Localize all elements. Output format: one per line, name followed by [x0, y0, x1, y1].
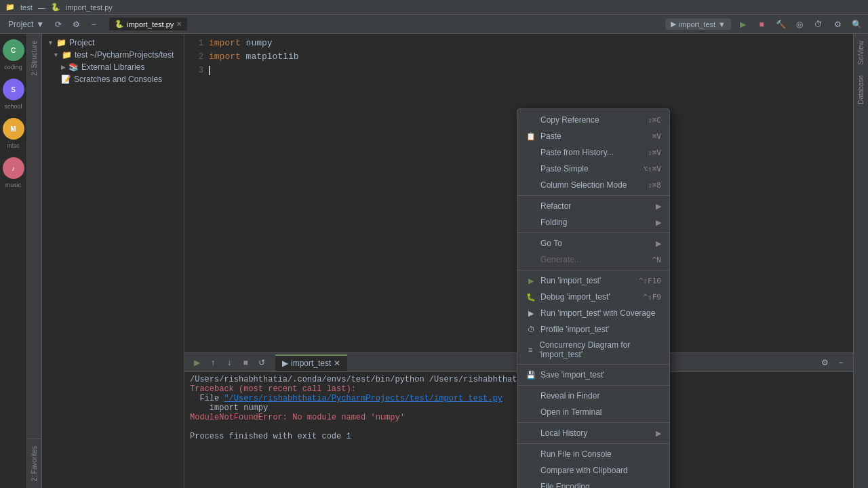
menu-item-profile[interactable]: ⏱ Profile 'import_test' — [517, 321, 669, 338]
avatar-coding[interactable]: C — [3, 39, 24, 61]
tree-item-ext-lib[interactable]: ▶ 📚 External Libraries — [42, 61, 184, 73]
run-scroll-up[interactable]: ↑ — [206, 356, 220, 369]
avatar-music-label: music — [5, 182, 22, 188]
project-panel: ▼ 📁 Project ▼ 📁 test ~/PycharmProjects/t… — [42, 34, 184, 488]
avatar-music[interactable]: ♪ — [3, 157, 24, 179]
tab-bar: 🐍 import_test.py ✕ — [109, 18, 187, 30]
menu-label-reveal: Reveal in Finder — [540, 391, 599, 401]
run-play-btn[interactable]: ▶ — [190, 356, 203, 369]
avatar-misc-label: misc — [7, 142, 20, 149]
search-everywhere-button[interactable]: 🔍 — [849, 17, 864, 32]
menu-item-go-to[interactable]: Go To ▶ — [517, 235, 669, 251]
structure-tab[interactable]: 2: Structure — [28, 37, 40, 80]
menu-item-run[interactable]: ▶ Run 'import_test' ^⇧F10 — [517, 272, 669, 289]
menu-label-file-encoding: File Encoding — [540, 482, 590, 488]
title-sep: — — [38, 3, 45, 12]
tab-close-icon[interactable]: ✕ — [176, 20, 182, 28]
column-sel-icon — [526, 180, 536, 190]
sciview-tab[interactable]: SciView — [855, 37, 867, 68]
import-kw-2: import — [209, 50, 241, 64]
sep-4 — [517, 364, 669, 365]
avatar-strip: C coding S school M misc ♪ music — [0, 34, 27, 488]
terminal-icon — [526, 407, 536, 418]
stop-button[interactable]: ■ — [754, 17, 769, 32]
menu-label-terminal: Open in Terminal — [540, 407, 602, 417]
menu-item-refactor[interactable]: Refactor ▶ — [517, 198, 669, 214]
menu-item-copy-reference[interactable]: Copy Reference ⇧⌘C — [517, 112, 669, 128]
run-console-icon — [526, 449, 536, 460]
settings-icon-bottom[interactable]: ⚙ — [818, 356, 831, 369]
profile-icon: ⏱ — [526, 324, 536, 335]
build-button[interactable]: 🔨 — [773, 17, 788, 32]
menu-item-debug[interactable]: 🐛 Debug 'import_test' ^⇧F9 — [517, 289, 669, 305]
favorites-tab[interactable]: 2: Favorites — [28, 442, 40, 485]
tab-import-test[interactable]: 🐍 import_test.py ✕ — [109, 18, 187, 30]
folding-arrow: ▶ — [656, 218, 661, 227]
collapse-btn[interactable]: − — [86, 17, 101, 32]
menu-item-paste[interactable]: 📋 Paste ⌘V — [517, 128, 669, 144]
settings-run-button[interactable]: ⚙ — [830, 17, 845, 32]
run-coverage-icon: ▶ — [526, 308, 536, 319]
menu-item-generate: Generate... ^N — [517, 251, 669, 268]
bottom-tab-run[interactable]: ▶ import_test ✕ — [275, 354, 347, 371]
paste-history-icon — [526, 147, 536, 158]
avatar-misc[interactable]: M — [3, 118, 24, 140]
tree-item-scratches[interactable]: 📝 Scratches and Consoles — [42, 73, 184, 85]
tree-item-test[interactable]: ▼ 📁 test ~/PycharmProjects/test — [42, 49, 184, 61]
menu-item-concurrency[interactable]: ≡ Concurrency Diagram for 'import_test' — [517, 338, 669, 362]
menu-item-paste-simple[interactable]: Paste Simple ⌥⇧⌘V — [517, 161, 669, 177]
menu-item-save[interactable]: 💾 Save 'import_test' — [517, 367, 669, 383]
run-scroll-down[interactable]: ↓ — [222, 356, 236, 369]
menu-item-paste-history[interactable]: Paste from History... ⇧⌘V — [517, 144, 669, 161]
project-dropdown[interactable]: Project ▼ — [4, 18, 48, 30]
menu-item-run-coverage[interactable]: ▶ Run 'import_test' with Coverage — [517, 305, 669, 321]
menu-item-folding[interactable]: Folding ▶ — [517, 214, 669, 230]
menu-item-compare-clipboard[interactable]: Compare with Clipboard — [517, 462, 669, 479]
menu-label-concurrency: Concurrency Diagram for 'import_test' — [539, 340, 661, 359]
concurrency-icon: ≡ — [526, 344, 535, 355]
sep-7 — [517, 443, 669, 444]
tree-arrow-test: ▼ — [53, 52, 59, 58]
run-file-link[interactable]: "/Users/rishabhthatia/PycharmProjects/te… — [224, 394, 502, 403]
menu-label-profile: Profile 'import_test' — [540, 325, 609, 334]
menu-item-terminal[interactable]: Open in Terminal — [517, 404, 669, 420]
tab-file-icon: 🐍 — [115, 20, 124, 28]
line-num-1: 1 — [184, 37, 209, 50]
database-tab[interactable]: Database — [855, 71, 867, 108]
sync-btn[interactable]: ⟳ — [51, 17, 66, 32]
coverage-button[interactable]: ◎ — [792, 17, 807, 32]
minimize-bottom[interactable]: − — [834, 356, 848, 369]
sep-3 — [517, 270, 669, 270]
menu-item-column-selection[interactable]: Column Selection Mode ⇧⌘8 — [517, 177, 669, 193]
debug-icon: 🐛 — [526, 291, 536, 302]
profile-button[interactable]: ⏱ — [811, 17, 826, 32]
run-stop-btn[interactable]: ■ — [239, 356, 252, 369]
run-rerun-btn[interactable]: ↺ — [255, 356, 269, 369]
generate-shortcut: ^N — [652, 256, 661, 264]
menu-item-file-encoding[interactable]: File Encoding — [517, 479, 669, 488]
menu-item-local-history[interactable]: Local History ▶ — [517, 425, 669, 441]
menu-label-compare-clipboard: Compare with Clipboard — [540, 466, 628, 475]
lib-icon: 📚 — [68, 62, 79, 72]
code-line-3: 3 — [184, 64, 853, 77]
menu-item-run-console[interactable]: Run File in Console — [517, 446, 669, 462]
menu-label-paste-history: Paste from History... — [540, 148, 614, 157]
menu-item-reveal[interactable]: Reveal in Finder — [517, 388, 669, 404]
run-tab-close[interactable]: ✕ — [334, 359, 340, 368]
copy-ref-shortcut: ⇧⌘C — [648, 116, 661, 125]
run-tab-label: import_test — [291, 359, 331, 368]
scratch-icon: 📝 — [61, 75, 71, 84]
menu-label-folding: Folding — [540, 218, 567, 227]
tree-item-project[interactable]: ▼ 📁 Project — [42, 37, 184, 49]
avatar-school[interactable]: S — [3, 79, 24, 100]
run-config[interactable]: ▶ import_test ▼ — [665, 18, 731, 30]
editor-area[interactable]: 1 import numpy 2 import matplotlib 3 — [184, 34, 853, 352]
module-numpy: numpy — [241, 37, 273, 50]
refactor-arrow: ▶ — [656, 202, 661, 211]
menu-label-run: Run 'import_test' — [540, 276, 601, 285]
run-button[interactable]: ▶ — [735, 17, 750, 32]
settings-btn[interactable]: ⚙ — [68, 17, 83, 32]
tab-label: import_test.py — [127, 20, 174, 28]
cursor-pos — [209, 64, 210, 77]
line-num-2: 2 — [184, 50, 209, 64]
